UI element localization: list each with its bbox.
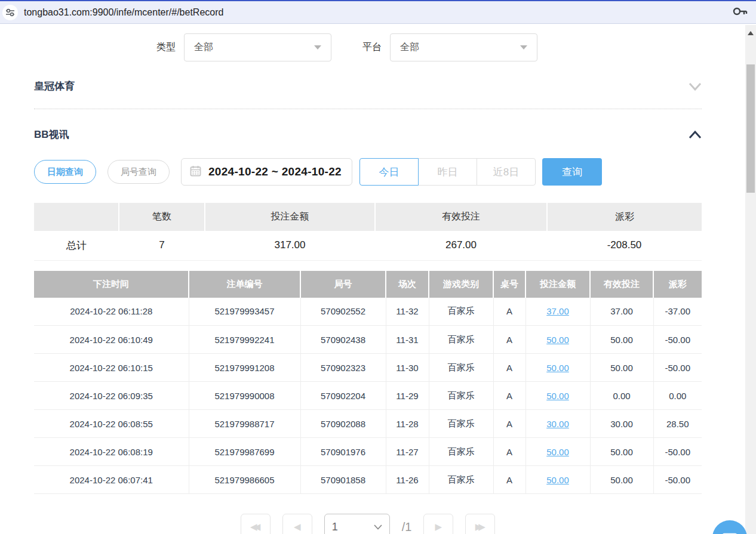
next-page-button[interactable]: ▶ <box>423 514 453 534</box>
bet-time-cell: 2024-10-22 06:10:49 <box>34 326 189 354</box>
section-crown-sports[interactable]: 皇冠体育 <box>34 79 702 93</box>
round-no-cell: 570902088 <box>300 410 386 438</box>
bet-record-page: 类型 全部 平台 全部 皇冠体育 BB视讯 <box>0 25 745 534</box>
vertical-scrollbar[interactable] <box>745 25 756 534</box>
summary-table: 笔数 投注金额 有效投注 派彩 总计 7 317.00 267.00 -208.… <box>34 203 702 261</box>
bet-amount-link[interactable]: 30.00 <box>546 419 569 429</box>
type-select-value: 全部 <box>194 41 213 54</box>
table-no-cell: A <box>493 382 525 410</box>
col-header-bet-time: 下注时间 <box>34 271 189 298</box>
round-no-cell: 570901858 <box>300 466 386 494</box>
session-cell: 11-29 <box>386 382 429 410</box>
type-select[interactable]: 全部 <box>184 33 331 61</box>
summary-header-blank <box>34 203 119 231</box>
date-range-input[interactable]: 2024-10-22 ~ 2024-10-22 <box>181 158 352 186</box>
bet-amount-cell: 30.00 <box>525 410 590 438</box>
valid-bet-cell: 50.00 <box>590 354 653 382</box>
table-row: 2024-10-22 06:10:15521979991208570902323… <box>34 354 702 382</box>
bet-id-cell: 521979986605 <box>189 466 300 494</box>
summary-header-valid-bet: 有效投注 <box>375 203 547 231</box>
prev-page-button[interactable]: ◀ <box>282 514 312 534</box>
table-row: 2024-10-22 06:11:28521979993457570902552… <box>34 298 702 326</box>
game-type-cell: 百家乐 <box>429 382 493 410</box>
yesterday-button[interactable]: 昨日 <box>418 158 477 186</box>
col-header-bet-id: 注单编号 <box>189 271 300 298</box>
game-type-cell: 百家乐 <box>429 410 493 438</box>
payout-cell: -50.00 <box>653 466 702 494</box>
payout-cell: -50.00 <box>653 438 702 466</box>
col-header-payout: 派彩 <box>653 271 702 298</box>
bet-amount-link[interactable]: 50.00 <box>546 447 569 457</box>
summary-header-payout: 派彩 <box>547 203 702 231</box>
right-arrow-icon: ▶ <box>435 521 442 532</box>
summary-count-value: 7 <box>119 231 205 260</box>
game-type-cell: 百家乐 <box>429 354 493 382</box>
key-icon[interactable] <box>732 6 748 19</box>
scrollbar-thumb[interactable] <box>746 64 755 193</box>
payout-cell: 28.50 <box>653 410 702 438</box>
bet-amount-link[interactable]: 37.00 <box>546 306 569 316</box>
url-field[interactable]: tongbao31.com:9900/infe/mcenter/#/betRec… <box>24 7 732 18</box>
query-button[interactable]: 查询 <box>542 158 602 186</box>
game-type-cell: 百家乐 <box>429 466 493 494</box>
chevron-up-icon[interactable] <box>689 131 702 139</box>
scrollbar-up-arrow-icon[interactable] <box>748 31 754 35</box>
query-toolbar: 日期查询 局号查询 2024-10-22 ~ 2024-10- <box>34 158 702 186</box>
summary-header-row: 笔数 投注金额 有效投注 派彩 <box>34 203 702 231</box>
bet-records-table: 下注时间注单编号局号场次游戏类别桌号投注金额有效投注派彩 2024-10-22 … <box>34 271 702 495</box>
chevron-down-icon <box>520 45 527 50</box>
col-header-bet-amount: 投注金额 <box>525 271 590 298</box>
table-no-cell: A <box>493 298 525 326</box>
bet-amount-link[interactable]: 50.00 <box>546 335 569 345</box>
last8days-button[interactable]: 近8日 <box>477 158 536 186</box>
calendar-icon <box>190 165 201 179</box>
bet-id-cell: 521979991208 <box>189 354 300 382</box>
round-no-cell: 570902204 <box>300 382 386 410</box>
today-button[interactable]: 今日 <box>359 158 419 186</box>
bet-amount-cell: 50.00 <box>525 466 590 494</box>
table-no-cell: A <box>493 354 525 382</box>
last-page-button[interactable]: ▶▶ <box>465 514 495 534</box>
chevron-down-icon <box>314 45 321 50</box>
crown-sports-title: 皇冠体育 <box>34 79 75 93</box>
session-cell: 11-27 <box>386 438 429 466</box>
game-type-cell: 百家乐 <box>429 438 493 466</box>
session-cell: 11-32 <box>386 298 429 326</box>
bet-id-cell: 521979990008 <box>189 382 300 410</box>
session-cell: 11-30 <box>386 354 429 382</box>
summary-bet-amount-value: 317.00 <box>205 231 375 260</box>
round-query-button[interactable]: 局号查询 <box>107 160 170 184</box>
round-no-cell: 570902438 <box>300 326 386 354</box>
left-arrow-icon: ◀ <box>294 521 301 532</box>
table-row: 2024-10-22 06:08:55521979988717570902088… <box>34 410 702 438</box>
type-label: 类型 <box>156 41 176 54</box>
page-select-value: 1 <box>332 521 338 533</box>
table-no-cell: A <box>493 326 525 354</box>
platform-select[interactable]: 全部 <box>390 33 537 61</box>
bet-time-cell: 2024-10-22 06:10:15 <box>34 354 189 382</box>
summary-header-count: 笔数 <box>119 203 205 231</box>
section-bb-video[interactable]: BB视讯 <box>34 128 702 141</box>
quick-range-group: 今日 昨日 近8日 <box>359 158 536 186</box>
page-select[interactable]: 1 <box>324 514 390 534</box>
col-header-session: 场次 <box>386 271 429 298</box>
bet-amount-link[interactable]: 50.00 <box>546 363 569 373</box>
bet-amount-cell: 37.00 <box>525 298 590 326</box>
platform-select-value: 全部 <box>400 41 419 54</box>
session-cell: 11-28 <box>386 410 429 438</box>
bet-amount-link[interactable]: 50.00 <box>546 475 569 485</box>
table-no-cell: A <box>493 466 525 494</box>
table-row: 2024-10-22 06:10:49521979992241570902438… <box>34 326 702 354</box>
col-header-table-no: 桌号 <box>493 271 525 298</box>
chevron-down-icon[interactable] <box>689 82 702 91</box>
valid-bet-cell: 30.00 <box>590 410 653 438</box>
bet-amount-link[interactable]: 50.00 <box>546 391 569 401</box>
page-total-label: /1 <box>402 520 412 534</box>
tune-icon[interactable] <box>2 5 18 20</box>
table-row: 2024-10-22 06:08:19521979987699570901976… <box>34 438 702 466</box>
first-page-button[interactable]: ◀◀ <box>241 514 271 534</box>
payout-cell: -50.00 <box>653 326 702 354</box>
date-query-button[interactable]: 日期查询 <box>34 160 96 184</box>
bet-time-cell: 2024-10-22 06:08:19 <box>34 438 189 466</box>
summary-total-row: 总计 7 317.00 267.00 -208.50 <box>34 231 702 260</box>
